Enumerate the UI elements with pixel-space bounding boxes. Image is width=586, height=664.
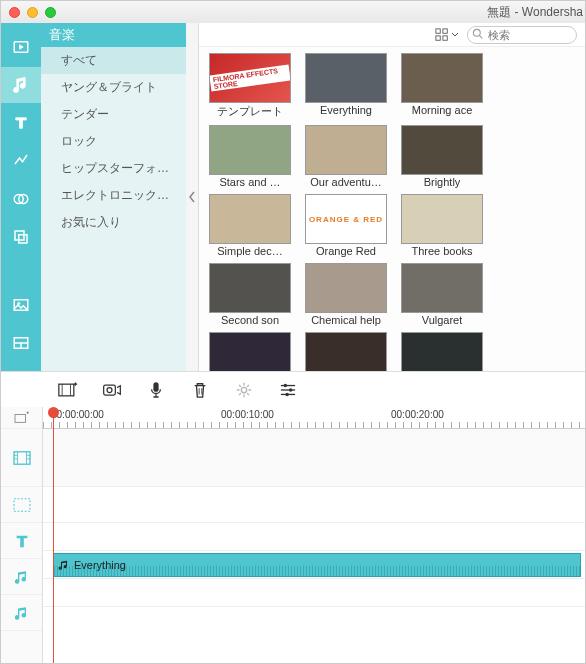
media-thumbnail[interactable]: Our adventu… bbox=[305, 125, 387, 188]
media-browser: FILMORA EFFECTS STOREテンプレートEverythingMor… bbox=[198, 23, 585, 371]
media-thumbnail[interactable] bbox=[209, 332, 291, 371]
thumbnail-image bbox=[401, 332, 483, 371]
nav-transition-icon[interactable] bbox=[1, 143, 41, 179]
thumbnail-image bbox=[209, 125, 291, 175]
nav-layout-icon[interactable] bbox=[1, 325, 41, 361]
add-marker-button[interactable] bbox=[1, 407, 42, 429]
nav-image-icon[interactable] bbox=[1, 287, 41, 323]
media-thumbnail[interactable]: Chemical help bbox=[305, 263, 387, 326]
category-item[interactable]: お気に入り bbox=[41, 209, 189, 236]
thumbnail-image bbox=[209, 332, 291, 371]
svg-line-15 bbox=[480, 36, 483, 39]
library-panel: 音楽 すべてヤング＆ブライトテンダーロックヒップスターフォ…エレクトロニック…お… bbox=[1, 23, 585, 371]
browser-toolbar bbox=[199, 23, 585, 47]
track-text-head[interactable] bbox=[1, 523, 42, 559]
svg-point-28 bbox=[284, 383, 288, 387]
thumbnail-image bbox=[401, 263, 483, 313]
nav-elements-icon[interactable] bbox=[1, 219, 41, 255]
ruler-tick: 00:00:20:00 bbox=[391, 409, 444, 420]
thumbnail-image bbox=[305, 125, 387, 175]
settings-gear-button[interactable] bbox=[233, 379, 255, 401]
thumbnail-label: テンプレート bbox=[217, 104, 283, 119]
svg-rect-21 bbox=[153, 382, 158, 392]
media-thumbnail[interactable]: Brightly bbox=[401, 125, 483, 188]
nav-iconbar bbox=[1, 23, 41, 371]
svg-point-14 bbox=[473, 29, 480, 36]
category-item[interactable]: ロック bbox=[41, 128, 189, 155]
svg-rect-10 bbox=[436, 28, 440, 32]
svg-rect-11 bbox=[443, 28, 447, 32]
zoom-window-button[interactable] bbox=[45, 7, 56, 18]
thumbnail-grid[interactable]: FILMORA EFFECTS STOREテンプレートEverythingMor… bbox=[199, 47, 585, 371]
track-audio1-head[interactable] bbox=[1, 559, 42, 595]
thumbnail-label: Orange Red bbox=[316, 245, 376, 257]
media-thumbnail[interactable]: Three books bbox=[401, 194, 483, 257]
track-audio2-head[interactable] bbox=[1, 595, 42, 631]
media-thumbnail[interactable]: Second son bbox=[209, 263, 291, 326]
collapse-handle[interactable] bbox=[186, 23, 198, 371]
svg-rect-39 bbox=[14, 498, 30, 510]
audio-clip[interactable]: Everything bbox=[53, 553, 581, 577]
thumbnail-image bbox=[401, 125, 483, 175]
media-thumbnail[interactable]: Morning ace bbox=[401, 53, 483, 119]
media-thumbnail[interactable]: Everything bbox=[305, 53, 387, 119]
svg-point-24 bbox=[241, 387, 246, 392]
audio-track-2[interactable] bbox=[43, 579, 585, 607]
thumbnail-image bbox=[305, 263, 387, 313]
svg-rect-4 bbox=[19, 235, 27, 243]
category-item[interactable]: エレクトロニック… bbox=[41, 182, 189, 209]
overlay-track[interactable] bbox=[43, 487, 585, 523]
category-item[interactable]: テンダー bbox=[41, 101, 189, 128]
thumbnail-image bbox=[401, 194, 483, 244]
search-box bbox=[467, 25, 577, 44]
thumbnail-label: Stars and … bbox=[219, 176, 280, 188]
search-input[interactable] bbox=[467, 26, 577, 44]
thumbnail-label: Brightly bbox=[424, 176, 461, 188]
delete-button[interactable] bbox=[189, 379, 211, 401]
category-item[interactable]: すべて bbox=[41, 47, 189, 74]
category-list: すべてヤング＆ブライトテンダーロックヒップスターフォ…エレクトロニック…お気に入… bbox=[41, 47, 189, 371]
track-overlay-head[interactable] bbox=[1, 487, 42, 523]
thumbnail-image bbox=[209, 263, 291, 313]
voiceover-button[interactable] bbox=[145, 379, 167, 401]
timeline-toolbar bbox=[1, 371, 585, 407]
category-item[interactable]: ヤング＆ブライト bbox=[41, 74, 189, 101]
media-thumbnail[interactable] bbox=[401, 332, 483, 371]
nav-effects-icon[interactable] bbox=[1, 181, 41, 217]
media-thumbnail[interactable] bbox=[305, 332, 387, 371]
track-video-head[interactable] bbox=[1, 429, 42, 487]
sliders-button[interactable] bbox=[277, 379, 299, 401]
minimize-window-button[interactable] bbox=[27, 7, 38, 18]
window-title: 無題 - Wondersha bbox=[487, 4, 585, 21]
thumbnail-image bbox=[305, 53, 387, 103]
video-track[interactable] bbox=[43, 429, 585, 487]
nav-text-icon[interactable] bbox=[1, 105, 41, 141]
media-thumbnail[interactable]: ORANGE & REDOrange Red bbox=[305, 194, 387, 257]
category-item[interactable]: ヒップスターフォ… bbox=[41, 155, 189, 182]
close-window-button[interactable] bbox=[9, 7, 20, 18]
playhead[interactable] bbox=[53, 407, 54, 663]
thumbnail-label: Simple dec… bbox=[217, 245, 282, 257]
text-track[interactable] bbox=[43, 523, 585, 551]
svg-rect-31 bbox=[15, 414, 26, 422]
media-thumbnail[interactable]: Simple dec… bbox=[209, 194, 291, 257]
chevron-down-icon bbox=[451, 31, 459, 39]
thumbnail-label: Chemical help bbox=[311, 314, 381, 326]
thumbnail-label: Morning ace bbox=[412, 104, 473, 116]
time-ruler[interactable]: 00:00:00:00 00:00:10:00 00:00:20:00 bbox=[43, 407, 585, 429]
add-media-button[interactable] bbox=[57, 379, 79, 401]
thumbnail-label: Our adventu… bbox=[310, 176, 382, 188]
view-toggle[interactable] bbox=[433, 26, 461, 44]
record-button[interactable] bbox=[101, 379, 123, 401]
media-thumbnail[interactable]: Vulgaret bbox=[401, 263, 483, 326]
timeline-tracks[interactable]: 00:00:00:00 00:00:10:00 00:00:20:00 Ever… bbox=[43, 407, 585, 663]
nav-media-icon[interactable] bbox=[1, 29, 41, 65]
svg-rect-32 bbox=[14, 451, 30, 463]
media-thumbnail[interactable]: FILMORA EFFECTS STOREテンプレート bbox=[209, 53, 291, 119]
thumbnail-label: Everything bbox=[320, 104, 372, 116]
media-thumbnail[interactable]: Stars and … bbox=[209, 125, 291, 188]
thumbnail-label: Second son bbox=[221, 314, 279, 326]
nav-music-icon[interactable] bbox=[1, 67, 41, 103]
window-controls bbox=[9, 7, 56, 18]
audio-track-1[interactable]: Everything bbox=[43, 551, 585, 579]
